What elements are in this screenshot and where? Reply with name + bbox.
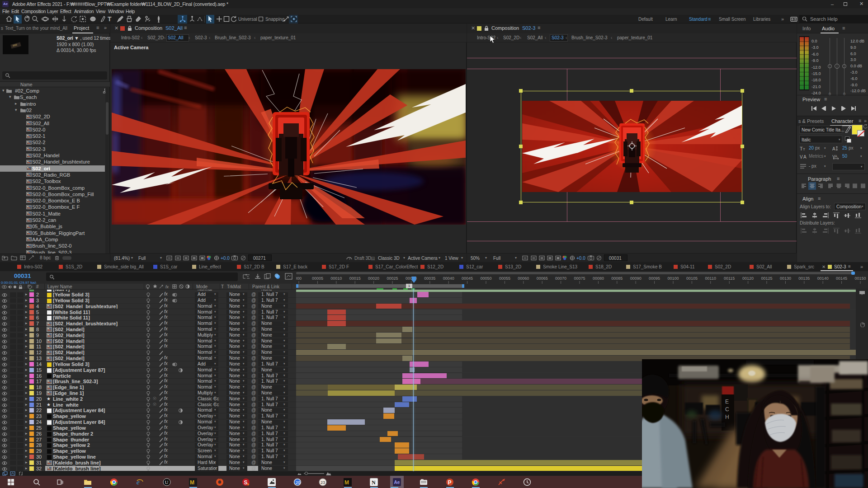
svg-text:00005: 00005	[312, 276, 323, 281]
svg-text:T: T	[803, 147, 805, 151]
svg-text:M: M	[344, 479, 349, 486]
svg-text:00080: 00080	[593, 276, 604, 281]
svg-text:00070: 00070	[555, 276, 566, 281]
svg-text:00050: 00050	[480, 276, 491, 281]
svg-text:00010: 00010	[330, 276, 342, 281]
svg-text:00060: 00060	[518, 276, 529, 281]
svg-text:20: 20	[296, 480, 300, 485]
svg-text:00105: 00105	[686, 276, 698, 281]
svg-text:V: V	[800, 155, 803, 160]
svg-text:00020: 00020	[368, 276, 379, 281]
svg-text:00055: 00055	[499, 276, 510, 281]
svg-text:00115: 00115	[724, 276, 735, 281]
svg-text:S: S	[244, 479, 248, 486]
svg-text:N: N	[372, 479, 376, 486]
svg-text:00045: 00045	[462, 276, 473, 281]
svg-text:00130: 00130	[780, 276, 791, 281]
svg-text:A: A	[803, 155, 807, 160]
svg-text:M: M	[190, 479, 194, 486]
svg-text:00150: 00150	[854, 276, 866, 281]
svg-text:A: A	[832, 146, 835, 151]
svg-text:23: 23	[321, 480, 325, 485]
svg-text:00085: 00085	[611, 276, 623, 281]
svg-text:00100: 00100	[667, 276, 679, 281]
svg-text:00075: 00075	[574, 276, 585, 281]
svg-text:00110: 00110	[705, 276, 716, 281]
svg-text:00140: 00140	[817, 276, 829, 281]
svg-text:U: U	[165, 479, 169, 485]
svg-text:P: P	[448, 479, 452, 486]
svg-text:VA: VA	[832, 154, 837, 159]
svg-text:00015: 00015	[349, 276, 361, 281]
svg-text:0000: 0000	[296, 276, 302, 281]
svg-text:00095: 00095	[649, 276, 660, 281]
svg-text:00120: 00120	[742, 276, 754, 281]
svg-text:T: T	[800, 146, 803, 151]
svg-text:00065: 00065	[537, 276, 548, 281]
svg-text:00035: 00035	[424, 276, 435, 281]
svg-text:00135: 00135	[798, 276, 810, 281]
svg-text:00025: 00025	[387, 276, 398, 281]
svg-text:Ae: Ae	[394, 480, 400, 485]
svg-text:00125: 00125	[761, 276, 772, 281]
svg-text:00040: 00040	[443, 276, 454, 281]
svg-text:00145: 00145	[836, 276, 847, 281]
svg-text:00090: 00090	[630, 276, 642, 281]
svg-text:fx: fx	[165, 285, 169, 289]
